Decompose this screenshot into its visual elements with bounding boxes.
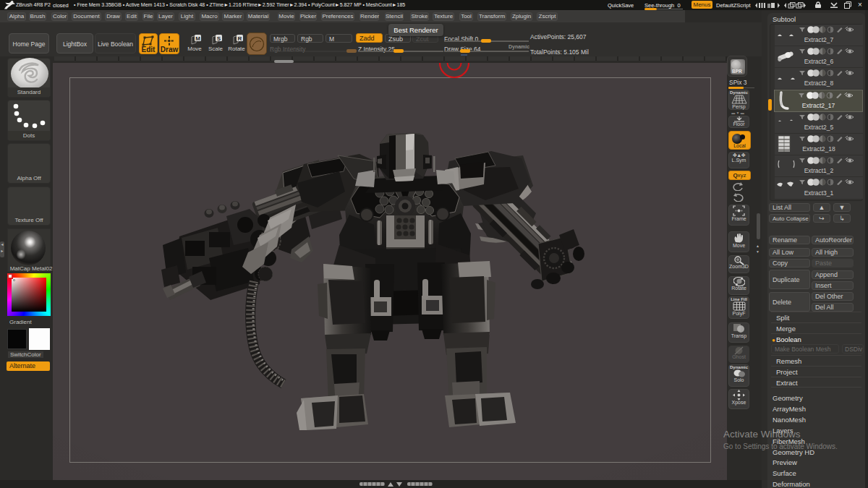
svg-text:R: R xyxy=(237,35,242,42)
svg-text:S: S xyxy=(216,35,221,42)
svg-text:z: z xyxy=(741,197,743,202)
svg-text:M: M xyxy=(195,35,200,42)
